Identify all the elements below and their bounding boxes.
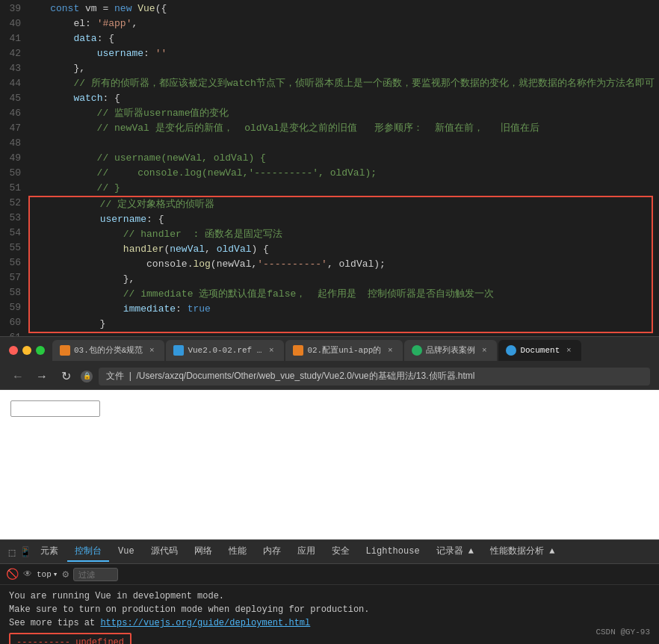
tab-network[interactable]: 网络	[187, 542, 220, 562]
eye-icon[interactable]: 👁	[23, 569, 32, 580]
code-line: },	[30, 272, 652, 287]
browser-titlebar: 03.包的分类&规范 × Vue2.0-02.ref - 仿 × 02.配置un…	[0, 336, 659, 363]
code-line: // console.log(newVal,'----------', oldV…	[27, 166, 659, 181]
tab-close-icon[interactable]: ×	[563, 345, 574, 356]
page-content	[0, 390, 659, 539]
clear-console-icon[interactable]: 🚫	[6, 568, 19, 580]
settings-icon[interactable]: ⚙	[62, 568, 68, 580]
code-line: username: {	[30, 212, 652, 227]
tab-icon	[506, 345, 516, 356]
level-selector[interactable]: top ▾	[37, 569, 58, 579]
tab-brand[interactable]: 品牌列表案例 ×	[404, 340, 497, 361]
tab-performance[interactable]: 性能	[221, 542, 254, 562]
console-output: You are running Vue in development mode.…	[0, 585, 659, 644]
docs-link[interactable]: https://vuejs.org/guide/deployment.html	[100, 618, 310, 628]
code-line: // newVal 是变化后的新值， oldVal是变化之前的旧值 形参顺序： …	[27, 121, 659, 136]
console-toolbar: 🚫 👁 top ▾ ⚙	[0, 564, 659, 585]
code-line: el: '#app',	[27, 16, 659, 31]
tab-memory[interactable]: 内存	[256, 542, 288, 562]
code-line: data: {	[27, 31, 659, 46]
code-line: }	[27, 333, 659, 336]
tabs-bar: 03.包的分类&规范 × Vue2.0-02.ref - 仿 × 02.配置un…	[52, 340, 650, 361]
tab-uniapp[interactable]: 02.配置uni-app的 ×	[285, 340, 403, 361]
code-line: // 监听器username值的变化	[27, 106, 659, 121]
console-message-2: Make sure to turn on production mode whe…	[9, 603, 650, 616]
tab-close-icon[interactable]: ×	[385, 345, 395, 356]
forward-button[interactable]: →	[33, 370, 51, 383]
code-line	[27, 136, 659, 151]
tab-icon	[173, 345, 184, 356]
tab-document[interactable]: Document ×	[498, 340, 581, 361]
code-line: watch: {	[27, 91, 659, 106]
code-line: const vm = new Vue({	[27, 1, 659, 16]
code-line: username: ''	[27, 46, 659, 61]
code-line: // username(newVal, oldVal) {	[27, 151, 659, 166]
tab-icon	[412, 345, 422, 356]
tab-close-icon[interactable]: ×	[479, 345, 489, 356]
console-error-line: ---------- undefined	[9, 633, 650, 644]
username-input[interactable]	[10, 400, 100, 417]
tab-close-icon[interactable]: ×	[146, 345, 157, 356]
csdn-badge-container: CSDN @GY-93	[595, 625, 650, 638]
code-line: immediate: true	[30, 302, 652, 317]
console-message-1: You are running Vue in development mode.	[9, 589, 650, 603]
traffic-lights	[9, 346, 45, 355]
close-button[interactable]	[9, 346, 18, 355]
lock-icon: 🔒	[81, 371, 93, 383]
line-numbers: 39 40 41 42 43 44 45 46 47 48 49 50 51 5…	[0, 0, 27, 336]
tab-recorder[interactable]: 记录器 ▲	[429, 542, 481, 562]
code-line: }	[30, 317, 652, 332]
device-icon[interactable]: 📱	[19, 546, 31, 558]
minimize-button[interactable]	[22, 346, 31, 355]
highlighted-code-block: // 定义对象格式的侦听器 username: { // handler : 函…	[28, 196, 653, 333]
code-line: },	[27, 61, 659, 76]
tab-application[interactable]: 应用	[290, 542, 323, 562]
console-message-3: See more tips at https://vuejs.org/guide…	[9, 616, 650, 630]
code-line: // }	[27, 181, 659, 196]
tab-vue[interactable]: Vue	[111, 543, 142, 561]
error-value-box: ---------- undefined	[9, 633, 132, 644]
tab-03[interactable]: 03.包的分类&规范 ×	[52, 340, 164, 361]
chevron-down-icon: ▾	[53, 569, 58, 579]
code-line: console.log(newVal,'----------', oldVal)…	[30, 257, 652, 272]
refresh-button[interactable]: ↻	[57, 369, 75, 383]
tab-icon	[293, 345, 303, 356]
tab-lighthouse[interactable]: Lighthouse	[359, 543, 427, 561]
code-content: const vm = new Vue({ el: '#app', data: {…	[27, 0, 659, 336]
code-area: 39 40 41 42 43 44 45 46 47 48 49 50 51 5…	[0, 0, 659, 336]
tab-performance-insights[interactable]: 性能数据分析 ▲	[483, 542, 562, 562]
tab-icon	[60, 345, 70, 356]
tab-security[interactable]: 安全	[324, 542, 357, 562]
devtools-tabs: ⬚ 📱 元素 控制台 Vue 源代码 网络 性能 内存 应用 安全 Lighth…	[0, 540, 659, 564]
code-line: // handler : 函数名是固定写法	[30, 227, 652, 242]
code-line: // 所有的侦听器，都应该被定义到watch节点下，侦听器本质上是一个函数，要监…	[27, 76, 659, 91]
code-line: // immediate 选项的默认值是false， 起作用是 控制侦听器是否自…	[30, 287, 652, 302]
maximize-button[interactable]	[36, 346, 45, 355]
code-line: // 定义对象格式的侦听器	[30, 197, 652, 212]
filter-input[interactable]	[73, 568, 118, 581]
csdn-badge: CSDN @GY-93	[595, 628, 650, 637]
devtools: ⬚ 📱 元素 控制台 Vue 源代码 网络 性能 内存 应用 安全 Lighth…	[0, 539, 659, 644]
address-input[interactable]	[99, 368, 650, 386]
address-bar: ← → ↻ 🔒	[0, 363, 659, 390]
code-line: handler(newVal, oldVal) {	[30, 242, 652, 257]
back-button[interactable]: ←	[9, 370, 27, 383]
tab-close-icon[interactable]: ×	[266, 345, 276, 356]
tab-vue20[interactable]: Vue2.0-02.ref - 仿 ×	[166, 340, 284, 361]
tab-sources[interactable]: 源代码	[143, 542, 185, 562]
inspect-icon[interactable]: ⬚	[6, 546, 18, 558]
tab-console[interactable]: 控制台	[67, 542, 109, 562]
tab-elements[interactable]: 元素	[33, 542, 66, 562]
code-editor: 39 40 41 42 43 44 45 46 47 48 49 50 51 5…	[0, 0, 659, 336]
